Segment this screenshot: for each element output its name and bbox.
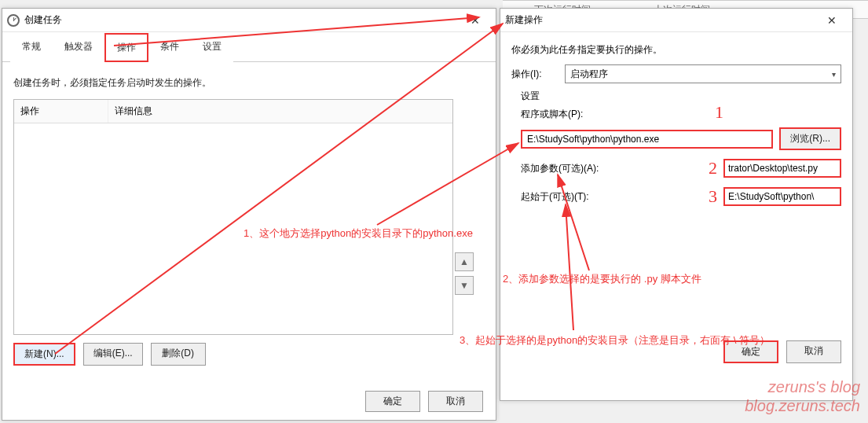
new-action-button[interactable]: 新建(N)... [13,343,75,366]
add-arguments-input[interactable]: trator\Desktop\test.py [723,159,841,178]
add-arguments-label: 添加参数(可选)(A): [521,162,702,175]
col-details: 详细信息 [108,100,452,123]
program-script-input[interactable]: E:\StudySoft\python\python.exe [521,130,773,149]
cancel-button[interactable]: 取消 [786,340,841,363]
create-task-titlebar: 创建任务 ✕ [2,9,496,32]
start-in-label: 起始于(可选)(T): [521,190,702,204]
chevron-down-icon: ▾ [832,70,836,79]
create-task-title: 创建任务 [24,13,62,27]
action-type-select[interactable]: 启动程序 ▾ [565,64,841,83]
move-up-button[interactable]: ▲ [455,252,474,271]
close-icon[interactable]: ✕ [816,9,848,31]
tab-actions[interactable]: 操作 [104,33,148,62]
watermark-text-2: blog.zeruns.tech [745,397,860,415]
annotation-squiggle-2: 2 [709,158,717,178]
new-action-titlebar: 新建操作 ✕ [500,9,852,32]
actions-desc: 创建任务时，必须指定任务启动时发生的操作。 [13,76,485,90]
actions-listview[interactable]: 操作 详细信息 [13,99,453,335]
watermark-text-1: zeruns's blog [768,378,860,396]
add-arguments-value: trator\Desktop\test.py [728,163,818,174]
start-in-value: E:\StudySoft\python\ [728,191,814,202]
create-task-tabs: 常规 触发器 操作 条件 设置 [2,32,496,62]
tab-general[interactable]: 常规 [10,33,53,62]
listview-header: 操作 详细信息 [14,100,452,123]
cancel-button[interactable]: 取消 [428,391,483,412]
tab-settings[interactable]: 设置 [191,33,233,62]
action-type-selected: 启动程序 [570,68,608,81]
move-down-button[interactable]: ▼ [455,276,474,295]
new-action-desc: 你必须为此任务指定要执行的操作。 [511,43,841,57]
clock-icon [7,14,20,27]
annotation-squiggle-3: 3 [709,186,717,207]
action-type-label: 操作(I): [511,68,559,81]
tab-triggers[interactable]: 触发器 [53,33,104,62]
program-script-label: 程序或脚本(P): [521,108,841,121]
delete-action-button[interactable]: 删除(D) [151,343,206,366]
start-in-input[interactable]: E:\StudySoft\python\ [723,187,841,206]
close-icon[interactable]: ✕ [460,9,491,31]
ok-button[interactable]: 确定 [365,391,420,412]
program-script-value: E:\StudySoft\python\python.exe [527,134,659,145]
create-task-dialog: 创建任务 ✕ 常规 触发器 操作 条件 设置 创建任务时，必须指定任务启动时发生… [2,8,496,421]
settings-group-label: 设置 [521,90,841,103]
tab-conditions[interactable]: 条件 [148,33,191,62]
new-action-title: 新建操作 [505,13,543,27]
edit-action-button[interactable]: 编辑(E)... [83,343,143,366]
col-action: 操作 [14,100,108,123]
browse-button[interactable]: 浏览(R)... [779,127,841,150]
annotation-squiggle-1: 1 [715,102,723,123]
new-action-dialog: 新建操作 ✕ 你必须为此任务指定要执行的操作。 操作(I): 启动程序 ▾ 设置… [500,8,853,401]
ok-button[interactable]: 确定 [723,340,778,363]
